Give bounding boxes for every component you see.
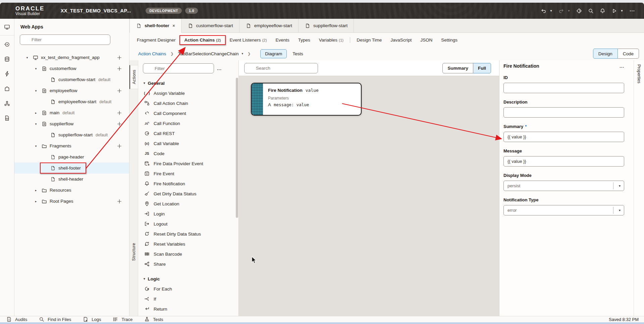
status-trace[interactable]: Trace bbox=[112, 316, 132, 322]
rail-item-source[interactable] bbox=[0, 111, 14, 125]
file-tab-supplierflow-start[interactable]: supplierflow-start bbox=[299, 19, 354, 33]
action-get-location[interactable]: Get Location bbox=[138, 199, 238, 209]
action-call-rest[interactable]: Call REST bbox=[138, 128, 238, 138]
tree-item-employeeflow-start[interactable]: employeeflow-startdefault bbox=[14, 96, 129, 107]
caret-down-icon[interactable]: ▾ bbox=[620, 7, 624, 14]
tree-item-Root Pages[interactable]: ▸Root Pages bbox=[14, 196, 129, 207]
chevron-right-icon[interactable]: ▸ bbox=[33, 189, 39, 192]
tab-json[interactable]: JSON bbox=[416, 38, 437, 43]
status-find-in-files[interactable]: Find in Files bbox=[39, 316, 71, 322]
actions-filter[interactable] bbox=[143, 63, 214, 73]
rail-item-services[interactable] bbox=[0, 38, 14, 51]
action-if[interactable]: If bbox=[138, 294, 238, 304]
chevron-down-icon[interactable]: ▾ bbox=[33, 144, 39, 148]
structure-dock-tab[interactable]: Structure bbox=[129, 238, 138, 266]
field-input[interactable] bbox=[503, 83, 624, 93]
field-input[interactable] bbox=[503, 107, 624, 118]
hamburger-menu-icon[interactable] bbox=[5, 8, 11, 14]
tab-javascript[interactable]: JavaScript bbox=[386, 38, 416, 43]
tab-settings[interactable]: Settings bbox=[437, 38, 462, 43]
status-logs[interactable]: Logs bbox=[83, 316, 101, 322]
action-call-action-chain[interactable]: Call Action Chain bbox=[138, 98, 238, 108]
properties-more-menu[interactable]: ... bbox=[620, 64, 624, 69]
rail-item-processes[interactable] bbox=[0, 67, 14, 80]
web-apps-filter-input[interactable] bbox=[32, 37, 107, 42]
web-apps-filter[interactable] bbox=[20, 35, 110, 45]
code-mode-button[interactable]: Code bbox=[618, 49, 639, 59]
add-button[interactable] bbox=[116, 66, 122, 72]
search-icon[interactable] bbox=[587, 7, 594, 14]
action-return[interactable]: Return bbox=[138, 304, 238, 314]
add-button[interactable] bbox=[116, 121, 122, 128]
chevron-down-icon[interactable]: ▾ bbox=[241, 52, 243, 55]
field-input[interactable]: {{ value }} bbox=[503, 156, 624, 167]
add-web-app-button[interactable] bbox=[118, 24, 124, 30]
tree-item-customerflow-start[interactable]: customerflow-startdefault bbox=[14, 74, 129, 85]
action-reset-dirty-data-status[interactable]: Reset Dirty Data Status bbox=[138, 229, 238, 239]
action-fire-data-provider-event[interactable]: Fire Data Provider Event bbox=[138, 158, 238, 169]
tab-design-time[interactable]: Design Time bbox=[352, 38, 386, 43]
tree-item-main[interactable]: ▸maindefault bbox=[14, 107, 129, 118]
field-select[interactable]: persist▾ bbox=[503, 181, 624, 191]
action-fire-event[interactable]: Fire Event bbox=[138, 169, 238, 179]
caret-down-icon[interactable]: ▾ bbox=[619, 184, 621, 188]
rail-item-business-objects[interactable] bbox=[0, 52, 14, 66]
diamond-icon[interactable] bbox=[576, 7, 582, 14]
summary-view-button[interactable]: Summary bbox=[442, 63, 473, 73]
tree-item-supplierflow-start[interactable]: supplierflow-startdefault bbox=[14, 129, 129, 140]
tab-types[interactable]: Types bbox=[294, 38, 315, 43]
tree-item-employeeflow[interactable]: ▾employeeflow bbox=[14, 85, 129, 96]
tree-item-customerflow[interactable]: ▾customerflow bbox=[14, 63, 129, 74]
breadcrumb-chain-name[interactable]: TabBarSelectionChangeChain bbox=[178, 51, 239, 56]
status-tests[interactable]: Tests bbox=[144, 316, 163, 322]
add-button[interactable] bbox=[116, 143, 122, 150]
canvas-search[interactable] bbox=[244, 63, 318, 73]
undo-icon[interactable] bbox=[540, 7, 547, 14]
action-scan-barcode[interactable]: Scan Barcode bbox=[138, 249, 238, 259]
chevron-right-icon[interactable]: ▸ bbox=[33, 111, 39, 115]
add-button[interactable] bbox=[116, 198, 122, 205]
chevron-down-icon[interactable]: ▾ bbox=[33, 122, 39, 126]
field-select[interactable]: error▾ bbox=[503, 205, 624, 215]
chevron-down-icon[interactable]: ▾ bbox=[33, 89, 39, 92]
tree-item-shell-header[interactable]: shell-header bbox=[14, 174, 129, 185]
ellipsis-icon[interactable] bbox=[629, 7, 635, 14]
chevron-down-icon[interactable]: ▾ bbox=[24, 56, 30, 59]
tree-item-xx_test_demo_fragment_app[interactable]: ▾xx_test_demo_fragment_app bbox=[14, 52, 129, 63]
tree-item-supplierflow[interactable]: ▾supplierflow bbox=[14, 118, 129, 129]
breadcrumb-action-chains-link[interactable]: Action Chains bbox=[138, 51, 166, 56]
canvas-area[interactable]: Fire Notification value Parameters A mes… bbox=[239, 76, 499, 316]
tests-view-button[interactable]: Tests bbox=[292, 51, 303, 56]
actions-scrollbar[interactable] bbox=[236, 78, 238, 218]
tree-item-page-header[interactable]: page-header bbox=[14, 151, 129, 163]
actions-section-logic[interactable]: ▾Logic bbox=[138, 274, 238, 284]
actions-dock-tab[interactable]: Actions bbox=[129, 65, 138, 89]
chevron-right-icon[interactable]: ▸ bbox=[33, 200, 39, 203]
actions-more-menu[interactable]: ... bbox=[217, 66, 222, 71]
play-icon[interactable] bbox=[611, 7, 618, 14]
caret-down-icon[interactable]: ▾ bbox=[549, 7, 553, 14]
action-call-variable[interactable]: (x)Call Variable bbox=[138, 138, 238, 148]
caret-down-icon[interactable]: ▾ bbox=[619, 208, 621, 212]
file-tab-shell-footer[interactable]: shell-footer× bbox=[129, 19, 181, 33]
close-icon[interactable]: × bbox=[173, 23, 175, 28]
action-fire-notification[interactable]: Fire Notification bbox=[138, 179, 238, 189]
tab-event-listeners[interactable]: Event Listeners(2) bbox=[225, 38, 271, 43]
caret-down-icon[interactable]: ▾ bbox=[567, 7, 571, 14]
action-share[interactable]: Share bbox=[138, 259, 238, 269]
fire-notification-node[interactable]: Fire Notification value Parameters A mes… bbox=[251, 83, 362, 116]
action-reset-variables[interactable]: Reset Variables bbox=[138, 239, 238, 249]
tree-item-shell-footer[interactable]: shell-footer bbox=[14, 163, 129, 174]
redo-icon[interactable] bbox=[558, 7, 565, 14]
action-logout[interactable]: Logout bbox=[138, 219, 238, 229]
action-login[interactable]: Login bbox=[138, 209, 238, 219]
canvas-search-input[interactable] bbox=[256, 66, 315, 71]
action-call-function[interactable]: JSCall Function bbox=[138, 118, 238, 128]
file-tab-employeeflow-start[interactable]: employeeflow-start bbox=[239, 19, 299, 33]
rail-item-dependencies[interactable] bbox=[0, 96, 14, 110]
tab-action-chains[interactable]: Action Chains(2) bbox=[180, 38, 225, 43]
tree-item-Resources[interactable]: ▸Resources bbox=[14, 185, 129, 196]
field-input[interactable]: {{ value }} bbox=[503, 132, 624, 142]
properties-dock-tab[interactable]: Properties bbox=[634, 64, 644, 83]
tree-item-Fragments[interactable]: ▾Fragments bbox=[14, 140, 129, 151]
